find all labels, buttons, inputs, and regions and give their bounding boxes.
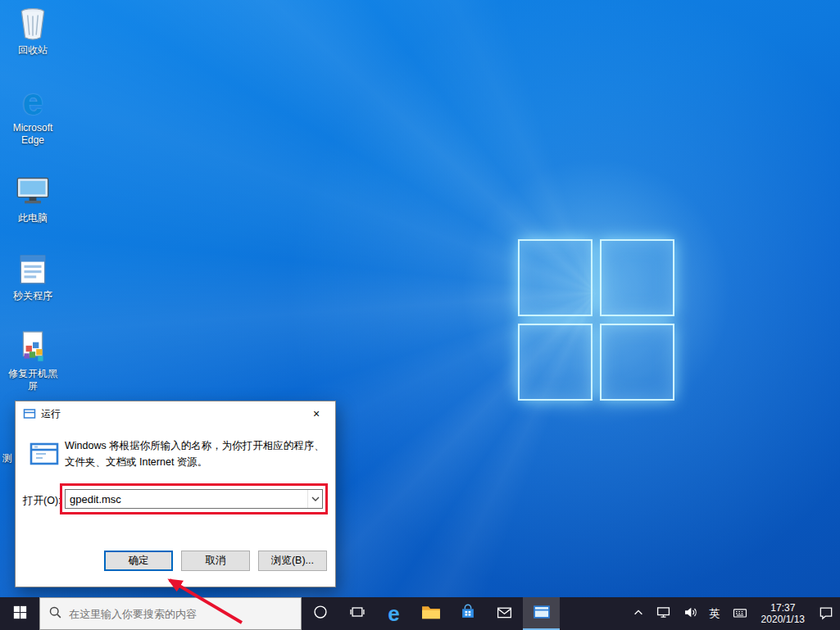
run-window-icon [23, 407, 36, 420]
desktop-icon-label: 回收站 [18, 44, 48, 57]
ime-language-label: 英 [710, 606, 720, 621]
recycle-bin-icon [14, 5, 52, 43]
desktop-icon-program[interactable]: 秒关程序 [5, 251, 61, 302]
network-status-button[interactable] [650, 597, 677, 630]
chevron-up-icon [633, 607, 644, 621]
speaker-icon [683, 605, 698, 623]
run-command-input[interactable] [66, 490, 307, 508]
ime-keyboard-icon [732, 605, 748, 623]
run-window-icon [30, 441, 59, 467]
taskbar: e [0, 597, 840, 630]
windows-logo-pane [518, 239, 593, 316]
task-view-button[interactable] [338, 597, 375, 630]
desktop-icon-recycle-bin[interactable]: 回收站 [5, 5, 61, 57]
run-dialog-titlebar[interactable]: 运行 × [16, 401, 335, 426]
action-center-button[interactable] [812, 597, 840, 630]
search-input[interactable] [69, 608, 293, 620]
pixel-cubes-icon [14, 329, 52, 366]
ok-button[interactable]: 确定 [104, 551, 173, 571]
this-pc-icon [14, 173, 52, 211]
windows-logo-pane [600, 239, 674, 316]
clock[interactable]: 17:37 2020/1/13 [754, 597, 812, 630]
start-button[interactable] [0, 597, 39, 630]
mail-icon [496, 604, 513, 624]
desktop-icon-repair-tool[interactable]: 修复开机黑屏 [5, 329, 61, 392]
windows-logo-pane [518, 324, 593, 401]
run-dialog-title: 运行 [41, 407, 61, 421]
network-icon [656, 605, 671, 623]
store-icon [459, 603, 477, 624]
run-app-taskbar-button[interactable] [523, 597, 560, 630]
cancel-button[interactable]: 取消 [181, 551, 250, 571]
system-tray: 英 17:37 2020/1/13 [627, 597, 840, 630]
notification-icon [818, 605, 834, 623]
browse-button[interactable]: 浏览(B)... [258, 551, 327, 571]
mail-button[interactable] [486, 597, 523, 630]
edge-icon: e [14, 83, 52, 120]
windows-logo [518, 239, 674, 401]
taskbar-search-box[interactable] [39, 597, 302, 630]
windows-logo-pane [600, 324, 674, 401]
close-icon[interactable]: × [297, 402, 335, 426]
ime-language-button[interactable]: 英 [704, 597, 726, 630]
program-window-icon [14, 251, 52, 288]
desktop-icon-this-pc[interactable]: 此电脑 [5, 173, 61, 224]
file-explorer-icon [421, 604, 441, 623]
task-view-icon [349, 604, 366, 623]
desktop-icon-label: 修复开机黑屏 [5, 368, 61, 392]
touch-keyboard-button[interactable] [726, 597, 754, 630]
run-dialog-description: Windows 将根据你所输入的名称，为你打开相应的程序、文件夹、文档或 Int… [65, 437, 327, 470]
desktop-icon-label: Microsoft Edge [5, 122, 61, 147]
search-icon [48, 605, 62, 623]
desktop-icon-column: 回收站 e Microsoft Edge 此电脑 秒关程序 [5, 5, 61, 392]
desktop-icon-label-partial: 测 [2, 451, 12, 465]
clock-date: 2020/1/13 [761, 614, 805, 625]
run-window-icon [533, 603, 551, 624]
desktop-icon-label: 此电脑 [18, 212, 48, 224]
desktop-icon-microsoft-edge[interactable]: e Microsoft Edge [5, 83, 61, 147]
clock-time: 17:37 [770, 602, 795, 614]
cortana-icon [312, 604, 329, 623]
store-button[interactable] [449, 597, 486, 630]
file-explorer-button[interactable] [412, 597, 449, 630]
open-field-label: 打开(O): [23, 494, 61, 508]
start-icon [13, 605, 27, 623]
desktop-icon-label: 秒关程序 [13, 290, 52, 302]
run-command-combobox [65, 489, 323, 509]
tray-overflow-button[interactable] [627, 597, 650, 630]
cortana-button[interactable] [302, 597, 338, 630]
edge-icon: e [388, 603, 399, 624]
volume-button[interactable] [677, 597, 704, 630]
edge-taskbar-button[interactable]: e [375, 597, 412, 630]
chevron-down-icon[interactable] [307, 490, 322, 508]
run-dialog: 运行 × Windows 将根据你所输入的名称，为你打开相应的程序、文件夹、文档… [15, 401, 336, 587]
